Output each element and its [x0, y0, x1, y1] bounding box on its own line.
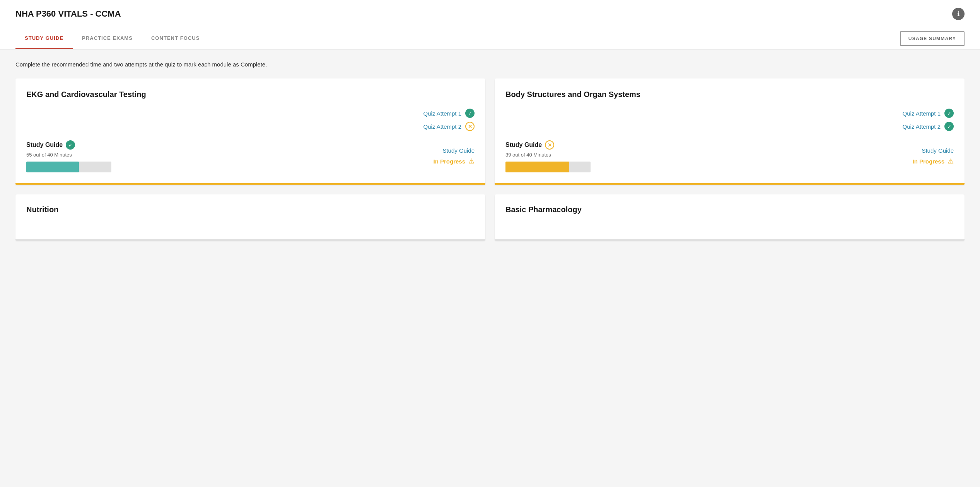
- body-structures-warning-icon: ⚠: [948, 157, 954, 165]
- ekg-quiz-attempt-1-check-icon: ✓: [465, 109, 475, 118]
- ekg-card-bottom-right: Study Guide In Progress ⚠: [433, 147, 475, 165]
- body-structures-card-bottom: Study Guide ✕ 39 out of 40 Minutes Study…: [505, 140, 954, 172]
- ekg-quiz-attempt-2-x-icon: ✕: [465, 122, 475, 131]
- page-subtitle: Complete the recommended time and two at…: [15, 61, 965, 68]
- body-structures-study-guide-link[interactable]: Study Guide: [922, 147, 954, 154]
- body-structures-in-progress-row: In Progress ⚠: [912, 157, 954, 165]
- ekg-in-progress-label: In Progress: [433, 158, 465, 165]
- tabs-container: STUDY GUIDE PRACTICE EXAMS CONTENT FOCUS: [15, 28, 209, 49]
- ekg-card-bottom-left: Study Guide ✓ 55 out of 40 Minutes: [26, 140, 433, 172]
- ekg-quiz-attempt-1-row: Quiz Attempt 1 ✓: [423, 109, 475, 118]
- body-structures-card-title: Body Structures and Organ Systems: [505, 89, 954, 99]
- body-structures-study-guide-title: Study Guide: [505, 141, 542, 148]
- body-structures-quiz-attempt-2-check-icon: ✓: [944, 122, 954, 131]
- ekg-quiz-attempt-1-label: Quiz Attempt 1: [423, 110, 461, 117]
- body-structures-study-guide-row: Study Guide ✕: [505, 140, 912, 150]
- ekg-study-guide-title: Study Guide: [26, 141, 63, 148]
- usage-summary-button[interactable]: USAGE SUMMARY: [900, 31, 965, 46]
- body-structures-minutes-text: 39 out of 40 Minutes: [505, 152, 912, 158]
- main-content: Complete the recommended time and two at…: [0, 49, 980, 252]
- ekg-quiz-attempt-2-label: Quiz Attempt 2: [423, 123, 461, 130]
- body-structures-card-bottom-right: Study Guide In Progress ⚠: [912, 147, 954, 165]
- body-structures-in-progress-label: In Progress: [912, 158, 944, 165]
- body-structures-quiz-attempt-1-check-icon: ✓: [944, 109, 954, 118]
- tabs-bar: STUDY GUIDE PRACTICE EXAMS CONTENT FOCUS…: [0, 28, 980, 49]
- ekg-progress-bar: [26, 162, 79, 172]
- tab-study-guide[interactable]: STUDY GUIDE: [15, 28, 73, 49]
- header: NHA P360 VITALS - CCMA ℹ: [0, 0, 980, 28]
- body-structures-quiz-attempt-1-label: Quiz Attempt 1: [903, 110, 941, 117]
- bottom-cards-row: Nutrition Basic Pharmacology: [15, 194, 965, 241]
- body-structures-card-bottom-left: Study Guide ✕ 39 out of 40 Minutes: [505, 140, 912, 172]
- body-structures-card: Body Structures and Organ Systems Quiz A…: [495, 78, 965, 185]
- ekg-study-guide-link[interactable]: Study Guide: [442, 147, 475, 154]
- body-structures-quiz-attempt-1-row: Quiz Attempt 1 ✓: [903, 109, 954, 118]
- body-structures-progress-bar: [505, 162, 569, 172]
- tab-content-focus[interactable]: CONTENT FOCUS: [142, 28, 209, 49]
- ekg-in-progress-row: In Progress ⚠: [433, 157, 475, 165]
- ekg-card-title: EKG and Cardiovascular Testing: [26, 89, 475, 99]
- tab-practice-exams[interactable]: PRACTICE EXAMS: [73, 28, 142, 49]
- nutrition-card: Nutrition: [15, 194, 485, 241]
- ekg-card: EKG and Cardiovascular Testing Quiz Atte…: [15, 78, 485, 185]
- ekg-card-bottom: Study Guide ✓ 55 out of 40 Minutes Study…: [26, 140, 475, 172]
- body-structures-study-guide-x-icon: ✕: [545, 140, 554, 150]
- body-structures-quiz-attempts: Quiz Attempt 1 ✓ Quiz Attempt 2 ✓: [505, 109, 954, 131]
- nutrition-card-title: Nutrition: [26, 205, 475, 214]
- app-title: NHA P360 VITALS - CCMA: [15, 9, 121, 19]
- body-structures-quiz-attempt-2-row: Quiz Attempt 2 ✓: [903, 122, 954, 131]
- basic-pharmacology-card: Basic Pharmacology: [495, 194, 965, 241]
- body-structures-progress-bar-container: [505, 162, 591, 172]
- ekg-minutes-text: 55 out of 40 Minutes: [26, 152, 433, 158]
- ekg-study-guide-check-icon: ✓: [66, 140, 75, 150]
- ekg-progress-bar-container: [26, 162, 111, 172]
- ekg-study-guide-row: Study Guide ✓: [26, 140, 433, 150]
- cards-grid: EKG and Cardiovascular Testing Quiz Atte…: [15, 78, 965, 185]
- info-icon[interactable]: ℹ: [952, 8, 965, 20]
- ekg-quiz-attempt-2-row: Quiz Attempt 2 ✕: [423, 122, 475, 131]
- ekg-warning-icon: ⚠: [468, 157, 475, 165]
- body-structures-quiz-attempt-2-label: Quiz Attempt 2: [903, 123, 941, 130]
- ekg-quiz-attempts: Quiz Attempt 1 ✓ Quiz Attempt 2 ✕: [26, 109, 475, 131]
- basic-pharmacology-card-title: Basic Pharmacology: [505, 205, 954, 214]
